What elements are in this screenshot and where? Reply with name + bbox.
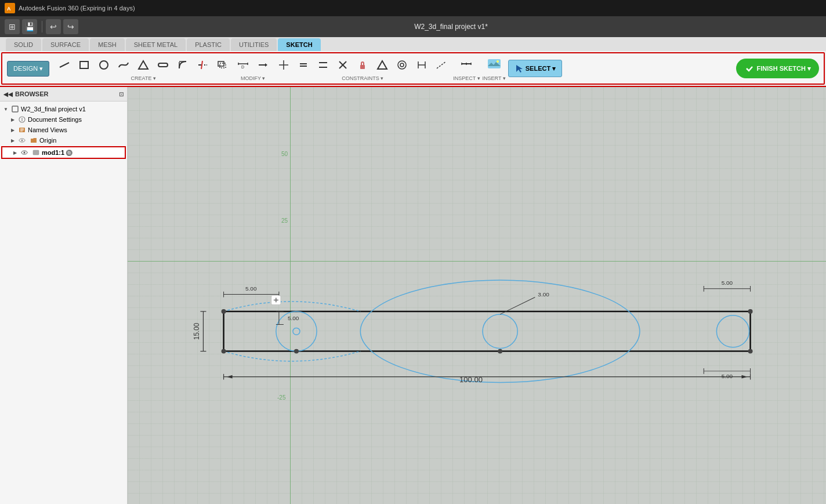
svg-rect-3 (80, 61, 88, 68)
tab-surface[interactable]: SURFACE (42, 38, 89, 51)
svg-marker-43 (516, 65, 523, 72)
inspect-label[interactable]: INSPECT ▾ (453, 74, 480, 81)
create-tools-row (55, 56, 231, 74)
tree-icon-named-views (18, 126, 26, 134)
tree-label-mod1: mod1:1 (42, 149, 64, 156)
grid-menu-btn[interactable]: ⊞ (5, 19, 20, 34)
insert-group: INSERT ▾ (483, 56, 506, 81)
finish-sketch-label: FINISH SKETCH ▾ (757, 65, 811, 72)
browser-panel: ◀◀ BROWSER ⊡ ▼ W2_3d_final project v1 ▶ … (0, 87, 128, 504)
slot-tool[interactable] (154, 56, 172, 74)
inspect-group: INSPECT ▾ (453, 56, 480, 81)
tab-utilities[interactable]: UTILITIES (231, 38, 277, 51)
extend-tool[interactable] (253, 56, 272, 74)
insert-label[interactable]: INSERT ▾ (483, 74, 506, 81)
insert-tools-row (485, 56, 503, 74)
tree-item-named-views[interactable]: ▶ Named Views (0, 125, 127, 135)
tree-item-root[interactable]: ▼ W2_3d_final project v1 (0, 104, 127, 114)
constraints-label[interactable]: CONSTRAINTS ▾ (342, 74, 383, 81)
modify-label[interactable]: MODIFY ▾ (241, 74, 265, 81)
svg-text:5.00: 5.00 (288, 315, 299, 321)
title-bar: A Autodesk Fusion 360 (Expiring in 4 day… (0, 0, 826, 16)
svg-text:5.00: 5.00 (722, 280, 733, 286)
select-tools-row: SELECT ▾ (508, 60, 562, 77)
fillet-tool[interactable] (173, 56, 192, 74)
select-label: SELECT ▾ (526, 65, 556, 72)
trim-tool[interactable] (193, 56, 212, 74)
svg-rect-56 (33, 150, 39, 155)
svg-point-97 (748, 349, 753, 354)
tree-item-doc-settings[interactable]: ▶ Document Settings (0, 114, 127, 125)
offset-tool[interactable] (213, 56, 231, 74)
sketch-dim-tool[interactable]: D (234, 56, 252, 74)
design-label: DESIGN ▾ (13, 65, 43, 72)
horiz-vert-constraint[interactable] (274, 56, 293, 74)
polygon-tool[interactable] (134, 56, 153, 74)
equal-constraint[interactable] (294, 56, 313, 74)
rectangle-tool[interactable] (75, 56, 93, 74)
measure-tool[interactable] (457, 56, 476, 74)
sketch-toolbar: DESIGN ▾ (1, 52, 825, 85)
create-label[interactable]: CREATE ▾ (131, 74, 156, 81)
svg-point-98 (294, 349, 299, 354)
constraints-group: CONSTRAINTS ▾ (274, 56, 451, 81)
browser-collapse-btn[interactable]: ◀◀ (3, 89, 13, 99)
browser-expand-btn[interactable]: ⊡ (119, 91, 124, 97)
modify-tools-row: D (234, 56, 272, 74)
tree-arrow-origin: ▶ (9, 137, 16, 144)
tree-label-named-views: Named Views (28, 126, 67, 133)
tree-icon-origin-eye (18, 136, 26, 144)
svg-rect-12 (218, 61, 224, 66)
svg-rect-40 (488, 59, 501, 68)
perpendicular-constraint[interactable] (334, 56, 352, 74)
svg-point-94 (222, 309, 226, 314)
tree-mod1-icon-extra: 🔘 (66, 150, 73, 156)
finish-sketch-btn[interactable]: FINISH SKETCH ▾ (736, 59, 819, 78)
menu-bar: ⊞ 💾 ↩ ↪ W2_3d_final project v1* (0, 16, 826, 37)
concentric-constraint[interactable] (393, 56, 411, 74)
svg-marker-19 (265, 63, 267, 67)
tree-icon-mod1-box (32, 148, 40, 157)
circle-tool[interactable] (95, 56, 113, 74)
svg-marker-71 (742, 375, 748, 379)
svg-point-55 (24, 152, 26, 154)
svg-marker-70 (227, 375, 233, 379)
undo-btn[interactable]: ↩ (46, 19, 61, 34)
svg-text:15.00: 15.00 (193, 322, 201, 340)
insert-image-tool[interactable] (485, 56, 503, 74)
line-tool[interactable] (55, 56, 74, 74)
svg-point-4 (100, 61, 108, 69)
tab-mesh[interactable]: MESH (90, 38, 125, 51)
save-btn[interactable]: 💾 (22, 19, 37, 34)
svg-point-31 (400, 63, 404, 67)
fix-constraint[interactable] (353, 56, 372, 74)
sketch-canvas[interactable]: 50 25 -25 (128, 87, 826, 504)
tab-sheet-metal[interactable]: SHEET METAL (126, 38, 186, 51)
tree-item-mod1[interactable]: ▶ mod1:1 🔘 (1, 146, 126, 159)
tab-solid[interactable]: SOLID (6, 38, 41, 51)
tree-item-origin[interactable]: ▶ Origin (0, 135, 127, 146)
svg-point-62 (293, 328, 300, 335)
tab-sketch[interactable]: SKETCH (278, 38, 320, 51)
tree-icon-origin-folder (30, 136, 38, 144)
coincident-constraint[interactable] (412, 56, 431, 74)
parallel-constraint[interactable] (314, 56, 332, 74)
select-mode-btn[interactable]: SELECT ▾ (508, 60, 562, 77)
svg-rect-45 (12, 106, 18, 112)
svg-point-30 (398, 61, 406, 69)
tree-icon-doc (18, 115, 26, 124)
toolbar-area: SOLID SURFACE MESH SHEET METAL PLASTIC U… (0, 37, 826, 87)
redo-btn[interactable]: ↪ (63, 19, 78, 34)
tab-plastic[interactable]: PLASTIC (187, 38, 230, 51)
svg-point-63 (716, 316, 749, 347)
sketch-geometry: 100.00 15.00 5.00 5.00 5.00 (128, 87, 826, 504)
svg-text:A: A (7, 6, 11, 12)
tree-label-root: W2_3d_final project v1 (21, 106, 86, 113)
tangent-constraint[interactable] (373, 56, 392, 74)
design-mode-btn[interactable]: DESIGN ▾ (7, 61, 49, 77)
collinear-constraint[interactable] (432, 56, 451, 74)
spline-tool[interactable] (114, 56, 133, 74)
tree-icon-root (11, 105, 19, 113)
browser-title: BROWSER (15, 90, 48, 97)
svg-point-64 (360, 280, 640, 382)
